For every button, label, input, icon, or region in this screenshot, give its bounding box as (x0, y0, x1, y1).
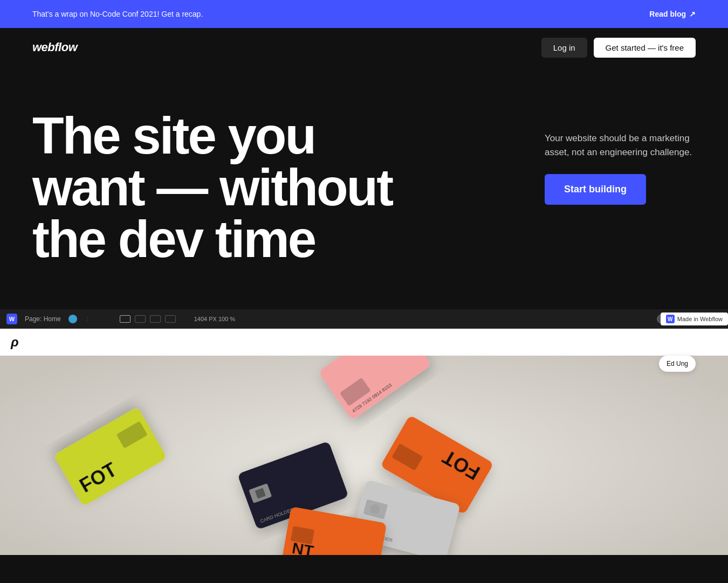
announcement-link[interactable]: Read blog ↗ (649, 10, 696, 18)
editor-right-tools: i Editing W Made in Webflow (657, 314, 722, 324)
hero-title-line2: want — without (32, 158, 392, 216)
get-started-button[interactable]: Get started — it's free (594, 38, 696, 58)
desktop-view-icon[interactable] (120, 315, 131, 323)
brand-logo: ρ (11, 335, 19, 350)
editor-page-label: Page: Home (25, 315, 61, 323)
hero-title-line1: The site you (32, 107, 315, 164)
navigation: webflow Log in Get started — it's free (0, 28, 728, 67)
webflow-editor-logo: W (6, 314, 17, 324)
hero-subtitle: Your website should be a marketing asset… (545, 131, 696, 159)
hero-title: The site you want — without the dev time (32, 110, 392, 265)
mobile-landscape-icon[interactable] (150, 315, 161, 323)
login-button[interactable]: Log in (541, 38, 587, 58)
hero-title-line3: the dev time (32, 210, 315, 268)
mobile-portrait-icon[interactable] (165, 315, 176, 323)
announcement-bar: That's a wrap on No-Code Conf 2021! Get … (0, 0, 728, 28)
editor-view-tools (120, 315, 176, 323)
hero-headline: The site you want — without the dev time (32, 110, 392, 265)
made-in-webflow-badge[interactable]: W Made in Webflow (661, 313, 728, 325)
hero-cta-area: Your website should be a marketing asset… (545, 110, 696, 205)
webflow-logo[interactable]: webflow (32, 40, 77, 54)
comment-user: Ed Ung (667, 360, 688, 367)
browser-brand-bar: ρ (0, 329, 728, 356)
browser-preview: ρ Ed Ung NT 4729 (0, 329, 728, 555)
made-in-w-logo: W (666, 315, 675, 323)
credit-cards-visualization: NT 4729 7192 0914 8153 FOT FOT (0, 350, 728, 555)
editor-sync-icon (68, 315, 77, 323)
tablet-view-icon[interactable] (135, 315, 146, 323)
external-link-icon: ↗ (689, 10, 696, 18)
cards-svg: NT 4729 7192 0914 8153 FOT FOT (0, 350, 728, 555)
read-blog-label: Read blog (649, 10, 686, 18)
nav-actions: Log in Get started — it's free (541, 38, 696, 58)
editor-toolbar: W Page: Home ⋮ 1404 PX 100 % i Editing W… (0, 309, 728, 329)
announcement-text: That's a wrap on No-Code Conf 2021! Get … (32, 10, 203, 18)
made-in-label: Made in Webflow (677, 316, 723, 322)
hero-section: The site you want — without the dev time… (0, 67, 728, 293)
start-building-button[interactable]: Start building (545, 174, 646, 205)
editor-px-label: 1404 PX 100 % (194, 316, 235, 322)
comment-bubble: Ed Ung (659, 356, 696, 372)
editor-sep1: ⋮ (85, 316, 91, 323)
